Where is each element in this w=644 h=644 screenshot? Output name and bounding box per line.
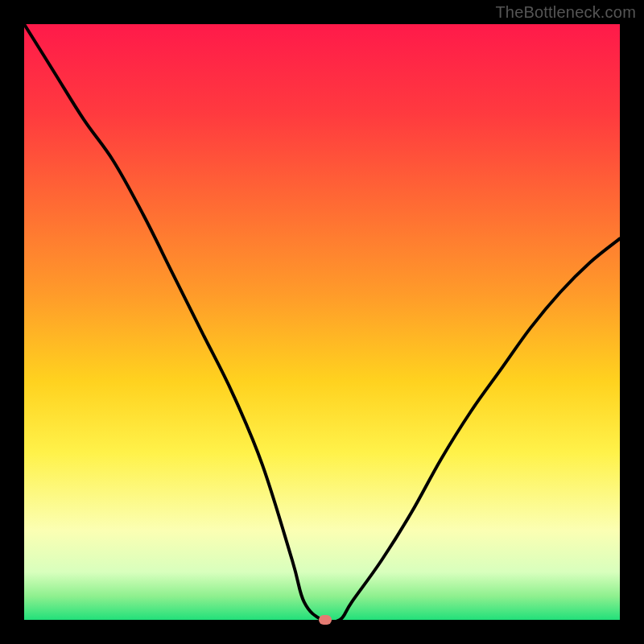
attribution-label: TheBottleneck.com <box>495 3 636 22</box>
curve-svg <box>24 24 620 620</box>
plot-area <box>24 24 620 620</box>
optimum-marker <box>319 615 332 625</box>
chart-container: TheBottleneck.com <box>0 0 644 644</box>
bottleneck-curve-path <box>24 24 620 622</box>
